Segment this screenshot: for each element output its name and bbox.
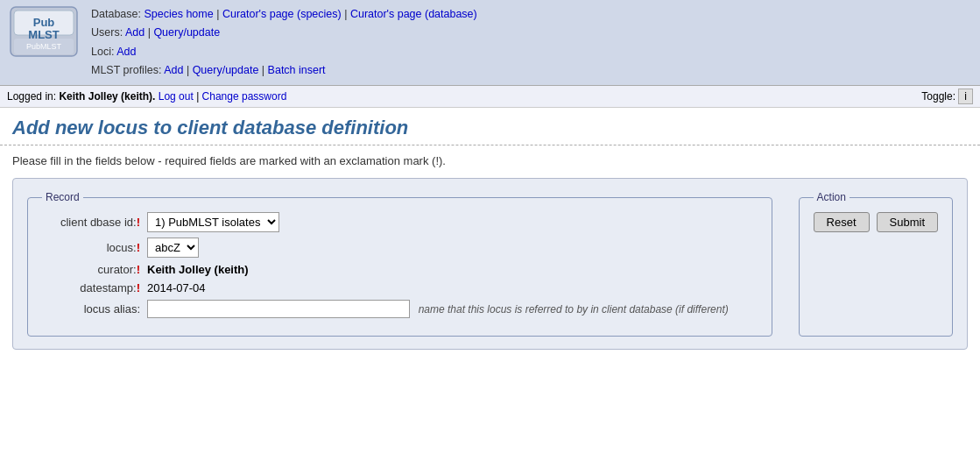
- change-password-link[interactable]: Change password: [202, 90, 287, 103]
- locus-alias-hint: name that this locus is referred to by i…: [419, 303, 729, 316]
- mlst-batch-insert-link[interactable]: Batch insert: [268, 64, 326, 76]
- reset-button[interactable]: Reset: [814, 212, 870, 232]
- curator-row: curator:! Keith Jolley (keith): [42, 263, 758, 276]
- species-home-link[interactable]: Species home: [144, 8, 213, 20]
- logged-in-text: Logged in:: [7, 90, 59, 103]
- toggle-label: Toggle:: [921, 90, 955, 103]
- login-info: Logged in: Keith Jolley (keith). Log out…: [7, 90, 286, 103]
- curator-value: Keith Jolley (keith): [147, 263, 249, 276]
- info-text: Please fill in the fields below - requir…: [12, 154, 968, 167]
- curators-page-database-link[interactable]: Curator's page (database): [350, 8, 477, 20]
- client-dbase-id-field[interactable]: 1) PubMLST isolates: [147, 212, 279, 232]
- users-query-update-link[interactable]: Query/update: [153, 26, 220, 39]
- client-dbase-id-label: client dbase id:!: [42, 216, 147, 229]
- log-out-link[interactable]: Log out: [159, 90, 194, 103]
- datestamp-value: 2014-07-04: [147, 281, 206, 294]
- svg-text:Pub: Pub: [33, 16, 55, 29]
- database-nav: Database: Species home | Curator's page …: [91, 5, 477, 24]
- main-content: Please fill in the fields below - requir…: [0, 145, 980, 358]
- pubmlst-logo: Pub MLST PubMLST: [9, 5, 79, 58]
- mlst-add-link[interactable]: Add: [164, 64, 183, 76]
- database-label: Database:: [91, 8, 141, 20]
- loci-add-link[interactable]: Add: [116, 46, 136, 58]
- mlst-label: MLST profiles:: [91, 64, 161, 76]
- loci-label: Loci:: [91, 46, 114, 58]
- loci-nav: Loci: Add: [91, 43, 477, 61]
- locus-label: locus:!: [42, 241, 147, 254]
- submit-button[interactable]: Submit: [877, 212, 938, 232]
- locus-alias-field[interactable]: name that this locus is referred to by i…: [147, 300, 729, 318]
- curator-label: curator:!: [42, 263, 147, 276]
- toggle-area: Toggle: i: [921, 89, 973, 104]
- datestamp-label: datestamp:!: [42, 281, 147, 294]
- locus-alias-label: locus alias:: [42, 302, 147, 316]
- datestamp-row: datestamp:! 2014-07-04: [42, 281, 758, 294]
- mlst-nav: MLST profiles: Add | Query/update | Batc…: [91, 61, 477, 80]
- navigation-links: Database: Species home | Curator's page …: [91, 5, 477, 80]
- action-buttons: Reset Submit: [814, 212, 938, 232]
- form-area: Record client dbase id:! 1) PubMLST isol…: [12, 178, 968, 350]
- client-dbase-id-select[interactable]: 1) PubMLST isolates: [147, 212, 279, 232]
- users-label: Users:: [91, 26, 123, 39]
- curators-page-species-link[interactable]: Curator's page (species): [222, 8, 342, 20]
- login-bar: Logged in: Keith Jolley (keith). Log out…: [0, 86, 980, 108]
- locus-alias-row: locus alias: name that this locus is ref…: [42, 300, 758, 318]
- locus-row: locus:! abcZ: [42, 238, 758, 258]
- users-add-link[interactable]: Add: [125, 26, 145, 39]
- logged-in-user: Keith Jolley (keith).: [59, 90, 155, 103]
- record-fieldset: Record client dbase id:! 1) PubMLST isol…: [27, 191, 772, 337]
- header: Pub MLST PubMLST Database: Species home …: [0, 0, 980, 86]
- page-title: Add new locus to client database definit…: [0, 108, 980, 145]
- svg-text:PubMLST: PubMLST: [26, 42, 62, 51]
- action-legend: Action: [814, 191, 850, 203]
- users-nav: Users: Add | Query/update: [91, 24, 477, 42]
- locus-alias-input[interactable]: [147, 300, 410, 318]
- toggle-button[interactable]: i: [958, 89, 973, 104]
- locus-select[interactable]: abcZ: [147, 238, 199, 258]
- locus-field[interactable]: abcZ: [147, 238, 199, 258]
- client-dbase-id-row: client dbase id:! 1) PubMLST isolates: [42, 212, 758, 232]
- mlst-query-update-link[interactable]: Query/update: [193, 64, 259, 76]
- action-fieldset: Action Reset Submit: [799, 191, 953, 337]
- record-legend: Record: [42, 191, 83, 203]
